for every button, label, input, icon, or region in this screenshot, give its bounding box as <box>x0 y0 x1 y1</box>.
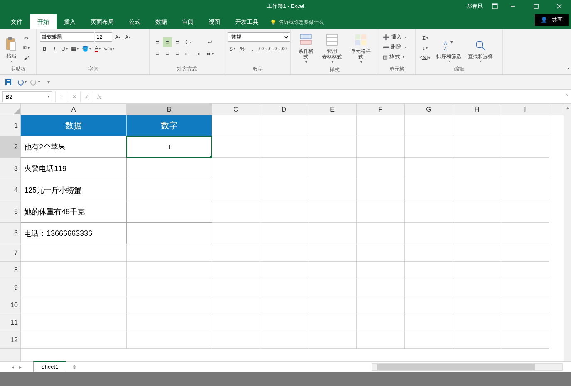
cell-H1[interactable] <box>453 115 501 136</box>
cell-G8[interactable] <box>405 262 453 279</box>
phonetic-button[interactable]: wén▾ <box>103 44 116 53</box>
expand-formula-button[interactable]: ˅ <box>564 94 571 100</box>
cell-G9[interactable] <box>405 279 453 296</box>
user-name[interactable]: 郑春凤 <box>467 2 483 10</box>
cell-B4[interactable] <box>127 179 212 201</box>
conditional-format-button[interactable]: 条件格式▾ <box>293 31 318 66</box>
format-cells-button[interactable]: ▦格式▾ <box>381 52 412 61</box>
cell-B9[interactable] <box>127 279 212 296</box>
orientation-button[interactable]: ⤹▾ <box>183 37 192 47</box>
increase-indent-button[interactable]: ⇥ <box>193 49 202 58</box>
tab-home[interactable]: 开始 <box>30 14 57 29</box>
column-header-F[interactable]: F <box>357 104 405 115</box>
minimize-button[interactable] <box>505 0 521 12</box>
cell-G1[interactable] <box>405 115 453 136</box>
cell-H4[interactable] <box>453 179 501 201</box>
cell-B1[interactable]: 数字 <box>127 115 212 136</box>
sort-filter-button[interactable]: AZ 排序和筛选▾ <box>434 31 464 65</box>
cell-D1[interactable] <box>260 115 308 136</box>
cell-I8[interactable] <box>501 262 549 279</box>
cell-A8[interactable] <box>21 262 127 279</box>
cell-D4[interactable] <box>260 179 308 201</box>
column-header-H[interactable]: H <box>453 104 501 115</box>
cell-D6[interactable] <box>260 223 308 244</box>
row-header-12[interactable]: 12 <box>0 331 20 349</box>
table-format-button[interactable]: 套用 表格格式▾ <box>320 31 344 66</box>
add-sheet-button[interactable]: ⊕ <box>69 362 79 372</box>
column-header-A[interactable]: A <box>21 104 127 115</box>
increase-decimal-button[interactable]: .00→.0 <box>258 44 272 53</box>
name-box[interactable]: B2 ▾ <box>2 91 52 102</box>
tab-insert[interactable]: 插入 <box>57 14 83 29</box>
vertical-scrollbar[interactable]: ▴ <box>564 104 571 361</box>
cell-B5[interactable] <box>127 201 212 223</box>
cell-C1[interactable] <box>212 115 260 136</box>
column-header-D[interactable]: D <box>260 104 308 115</box>
fill-color-button[interactable]: 🪣▾ <box>81 44 92 53</box>
cell-F10[interactable] <box>357 296 405 314</box>
cell-F8[interactable] <box>357 262 405 279</box>
cell-G6[interactable] <box>405 223 453 244</box>
cancel-button[interactable]: ✕ <box>68 91 80 102</box>
cell-C12[interactable] <box>212 331 260 349</box>
cell-A4[interactable]: 125元一斤小螃蟹 <box>21 179 127 201</box>
decrease-decimal-button[interactable]: .0→.00 <box>273 44 288 53</box>
font-name-input[interactable] <box>40 32 94 42</box>
row-header-11[interactable]: 11 <box>0 314 20 331</box>
cell-G7[interactable] <box>405 244 453 262</box>
row-header-2[interactable]: 2 <box>0 136 20 158</box>
collapse-ribbon-button[interactable]: ˄ <box>567 68 569 74</box>
cell-E1[interactable] <box>308 115 357 136</box>
find-select-button[interactable]: 查找和选择▾ <box>465 31 495 65</box>
save-button[interactable] <box>3 77 13 87</box>
cell-G2[interactable] <box>405 136 453 158</box>
tab-developer[interactable]: 开发工具 <box>228 14 266 29</box>
split-button[interactable]: ⋮ <box>55 91 68 102</box>
column-header-E[interactable]: E <box>308 104 357 115</box>
cell-B2[interactable] <box>127 136 212 158</box>
align-top-button[interactable]: ≡ <box>153 37 162 47</box>
cell-H10[interactable] <box>453 296 501 314</box>
row-header-10[interactable]: 10 <box>0 296 20 314</box>
cell-I5[interactable] <box>501 201 549 223</box>
insert-function-button[interactable]: fx <box>93 91 105 102</box>
cell-A10[interactable] <box>21 296 127 314</box>
cell-I3[interactable] <box>501 158 549 179</box>
cell-F9[interactable] <box>357 279 405 296</box>
cell-C3[interactable] <box>212 158 260 179</box>
cell-A1[interactable]: 数据 <box>21 115 127 136</box>
tab-view[interactable]: 视图 <box>201 14 228 29</box>
row-header-9[interactable]: 9 <box>0 279 20 296</box>
select-all-corner[interactable] <box>0 104 21 115</box>
copy-button[interactable]: ⧉▾ <box>22 43 31 52</box>
wrap-text-button[interactable]: ↵ <box>205 37 215 47</box>
autosum-button[interactable]: Σ▾ <box>419 33 431 42</box>
cell-F11[interactable] <box>357 314 405 331</box>
cell-C6[interactable] <box>212 223 260 244</box>
row-header-5[interactable]: 5 <box>0 201 20 223</box>
percent-button[interactable]: % <box>238 44 247 53</box>
customize-qat-button[interactable]: ▾ <box>43 77 53 87</box>
cell-E8[interactable] <box>308 262 357 279</box>
comma-button[interactable]: , <box>248 44 257 53</box>
tab-file[interactable]: 文件 <box>3 14 30 29</box>
cell-A11[interactable] <box>21 314 127 331</box>
cell-E6[interactable] <box>308 223 357 244</box>
cell-F12[interactable] <box>357 331 405 349</box>
accounting-button[interactable]: $▾ <box>228 44 237 53</box>
cell-C7[interactable] <box>212 244 260 262</box>
cell-E2[interactable] <box>308 136 357 158</box>
cell-F6[interactable] <box>357 223 405 244</box>
sheet-nav[interactable]: ◂ ▸ <box>0 364 33 370</box>
cell-E9[interactable] <box>308 279 357 296</box>
column-header-I[interactable]: I <box>501 104 549 115</box>
cell-E3[interactable] <box>308 158 357 179</box>
cell-A5[interactable]: 她的体重有48千克 <box>21 201 127 223</box>
cell-C4[interactable] <box>212 179 260 201</box>
cell-F3[interactable] <box>357 158 405 179</box>
fill-button[interactable]: ↓▾ <box>419 43 431 52</box>
cell-D2[interactable] <box>260 136 308 158</box>
cell-I4[interactable] <box>501 179 549 201</box>
tab-data[interactable]: 数据 <box>148 14 175 29</box>
cell-B12[interactable] <box>127 331 212 349</box>
